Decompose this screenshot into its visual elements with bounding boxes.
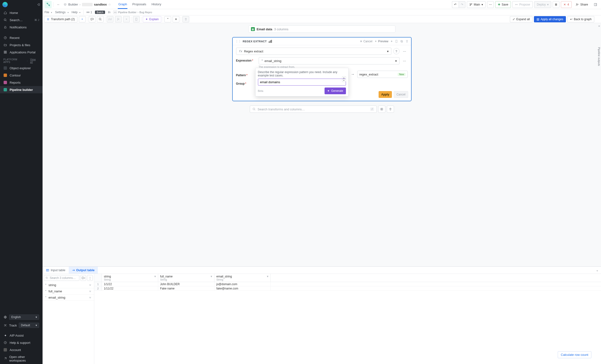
drag-handle-icon[interactable]: ⋮⋮: [235, 40, 241, 43]
share-button[interactable]: Share: [573, 1, 591, 8]
branch-more-button[interactable]: ⋯: [487, 1, 494, 8]
tab-graph[interactable]: Graph: [118, 0, 127, 9]
explain-button[interactable]: ✦ Explain: [143, 16, 161, 22]
column-item[interactable]: ❞ string: [42, 282, 94, 288]
clipboard-icon[interactable]: [395, 40, 398, 43]
table-row[interactable]: 21/11/22Fake namefake@name.com: [94, 286, 601, 291]
language-select[interactable]: English▾: [9, 314, 39, 320]
column-menu-icon[interactable]: ▾: [267, 274, 269, 278]
redo-button[interactable]: ↷: [459, 1, 465, 8]
open-catalog-button[interactable]: [378, 106, 385, 113]
preview-expand-icon[interactable]: ⌄: [593, 267, 601, 273]
output-column-field[interactable]: regex_extract New: [357, 71, 408, 78]
sort-icon[interactable]: [89, 296, 92, 299]
menu-help[interactable]: Help: [72, 10, 81, 14]
sidebar-collapse-icon[interactable]: [37, 3, 40, 6]
expression-field[interactable]: ❞email_string ▾: [259, 57, 400, 64]
sidebar-item-notifications[interactable]: Notifications: [0, 24, 42, 31]
sidebar-app-contour[interactable]: Contour: [0, 72, 42, 79]
field-more-icon[interactable]: ⋯: [401, 58, 408, 64]
menu-file[interactable]: File: [44, 10, 52, 14]
track-select[interactable]: Default▾: [19, 323, 39, 328]
column-menu-button[interactable]: ⋮: [87, 275, 93, 281]
app-icon[interactable]: [44, 1, 52, 8]
column-item[interactable]: ❞ full_name: [42, 288, 94, 294]
sidebar-app-object-explorer[interactable]: Object explorer: [0, 64, 42, 72]
breadcrumb-parent[interactable]: Builder: [68, 3, 78, 6]
fx-button[interactable]: fx: [115, 16, 122, 22]
cell[interactable]: 1/11/22: [102, 286, 158, 290]
view-all-link[interactable]: View all: [30, 58, 39, 63]
expand-all-button[interactable]: ⤢ Expand all: [510, 16, 532, 22]
transform-path-select[interactable]: Transform path (2): [44, 16, 77, 22]
back-to-graph-button[interactable]: ↩ Back to graph: [567, 16, 594, 22]
sidebar-item-help[interactable]: ? Help & support: [0, 339, 42, 346]
tab-history[interactable]: History: [151, 0, 161, 9]
sidebar-item-aip-assist[interactable]: ✦ AIP Assist: [0, 332, 42, 339]
column-header[interactable]: full_name ▾ String: [158, 274, 214, 282]
branch-select[interactable]: Main ▾: [467, 1, 486, 8]
sidebar-item-applications[interactable]: Applications Portal: [0, 49, 42, 56]
apply-all-button[interactable]: ▤ Apply all changes: [534, 16, 566, 22]
sidebar-item-account[interactable]: Account: [0, 346, 42, 354]
table-row[interactable]: 11/1/22John BUILDERjo@domain.com: [94, 282, 601, 286]
spinner-down-icon[interactable]: ▼: [342, 79, 346, 82]
dataset-node[interactable]: ▦ Email data 3 columns: [248, 25, 395, 33]
var-button[interactable]: (x): [107, 16, 113, 22]
sort-icon[interactable]: [89, 290, 92, 293]
error-count-button[interactable]: ✕ 4: [561, 1, 572, 8]
save-button[interactable]: ✚ Save: [495, 1, 511, 8]
sort-icon[interactable]: [89, 284, 92, 287]
project-path[interactable]: ▭ Pipeline Builder Bug Repro: [113, 10, 152, 14]
sidebar-item-home[interactable]: Home: [0, 9, 42, 16]
delete-transform-button[interactable]: [182, 16, 189, 22]
delete-search-button[interactable]: [387, 106, 394, 113]
sidebar-item-workspaces[interactable]: Open other workspaces: [0, 354, 42, 364]
comment-button[interactable]: [89, 16, 95, 22]
sidebar-app-reports[interactable]: Reports: [0, 79, 42, 86]
function-select[interactable]: fx Regex extract ▾: [236, 48, 391, 55]
ai-prompt-input[interactable]: [258, 79, 346, 86]
bulb-icon[interactable]: ✦: [391, 40, 393, 43]
apply-button[interactable]: Apply: [379, 91, 392, 98]
tab-proposals[interactable]: Proposals: [132, 0, 147, 9]
calculate-row-count-button[interactable]: Calculate row count: [558, 351, 591, 358]
more-icon[interactable]: ⋯: [401, 48, 408, 54]
column-menu-icon[interactable]: ▾: [210, 274, 212, 278]
editor-cancel-link[interactable]: ✕ Cancel: [360, 40, 372, 43]
cell[interactable]: fake@name.com: [214, 286, 271, 290]
column-header[interactable]: email_string ▾ String: [214, 274, 271, 282]
column-header[interactable]: string ▾ String: [102, 274, 158, 282]
settings-button[interactable]: [553, 1, 559, 8]
column-search-input[interactable]: Search 3 columns…: [44, 275, 79, 281]
deploy-button[interactable]: Deploy ▾: [534, 1, 551, 8]
cell[interactable]: John BUILDER: [158, 282, 214, 286]
spinner-up-icon[interactable]: ▲: [342, 76, 346, 79]
clipboard-button[interactable]: [133, 16, 140, 22]
zoom-button[interactable]: [97, 16, 104, 22]
column-menu-icon[interactable]: ▾: [154, 274, 156, 278]
generate-button[interactable]: ✦ Generate: [325, 88, 346, 94]
collapse-up-button[interactable]: ⌃: [164, 16, 171, 22]
add-transform-button[interactable]: ＋: [79, 16, 86, 22]
close-transform-button[interactable]: ✕: [173, 16, 179, 22]
copy-icon[interactable]: [400, 40, 403, 43]
plus-button[interactable]: ＋: [123, 16, 130, 22]
cell[interactable]: jo@domain.com: [214, 282, 271, 286]
tab-input-table[interactable]: Input table: [42, 267, 69, 273]
nav-back-icon[interactable]: ←: [55, 1, 62, 8]
sidebar-app-pipeline-builder[interactable]: Pipeline builder: [0, 86, 42, 93]
undo-button[interactable]: ↶: [452, 1, 459, 8]
cell[interactable]: 1/1/22: [102, 282, 158, 286]
propose-button[interactable]: Propose: [512, 1, 533, 8]
star-icon[interactable]: ☆: [108, 3, 111, 6]
help-icon[interactable]: ?: [393, 48, 400, 54]
trash-icon[interactable]: [405, 40, 409, 43]
column-item[interactable]: ❞ email_string: [42, 294, 94, 301]
cancel-button[interactable]: Cancel: [394, 91, 408, 98]
column-clipboard-button[interactable]: ▾: [80, 275, 86, 281]
histogram-icon[interactable]: [269, 40, 272, 43]
editor-preview-link[interactable]: ＋ Preview: [374, 39, 389, 43]
sidebar-item-projects[interactable]: Projects & files: [0, 41, 42, 49]
panel-toggle-icon[interactable]: [592, 1, 599, 8]
